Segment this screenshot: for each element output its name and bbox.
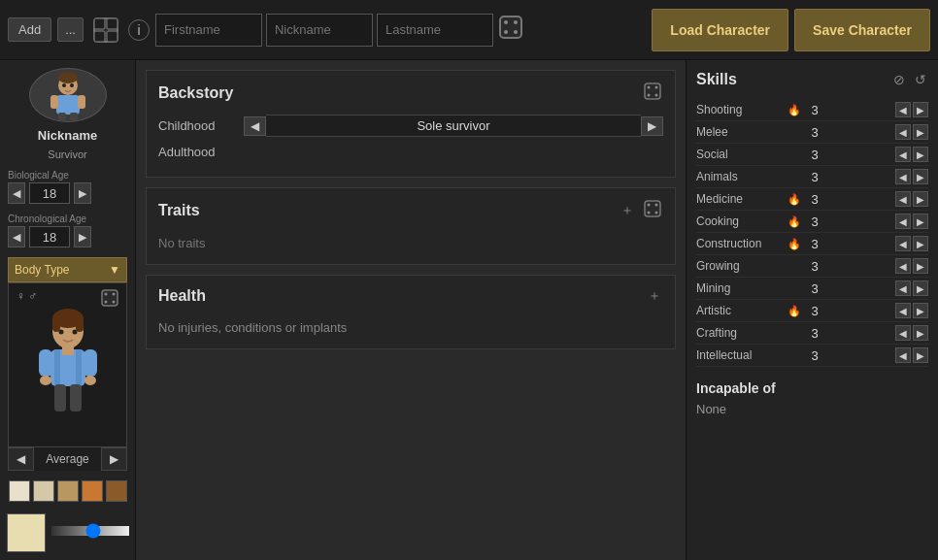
skill-decrease-cooking[interactable]: ◀ [895,214,911,229]
more-button[interactable]: ... [57,17,84,42]
color-slider[interactable] [51,526,129,536]
flame-icon: 🔥 [787,104,801,116]
adulthood-label: Adulthood [158,145,236,159]
traits-dice-icon[interactable] [642,198,663,222]
skills-reset-icon[interactable]: ⊘ [891,70,907,89]
character-title: Survivor [48,148,86,160]
chron-age-decrease[interactable]: ◀ [8,226,25,247]
flame-icon: 🔥 [787,215,801,228]
skill-increase-melee[interactable]: ▶ [913,124,928,140]
svg-rect-40 [645,83,660,99]
skill-passion-crafting [787,326,801,340]
skill-increase-shooting[interactable]: ▶ [913,102,928,117]
svg-point-7 [514,20,518,24]
skill-increase-growing[interactable]: ▶ [913,258,928,274]
backstory-dice-icon[interactable] [642,81,663,105]
swatch-3[interactable] [57,480,79,502]
svg-point-48 [648,212,651,214]
lastname-input[interactable] [377,14,493,47]
chron-age-label: Chronological Age [8,214,127,224]
childhood-prev-button[interactable]: ◀ [244,116,266,136]
skill-decrease-shooting[interactable]: ◀ [895,102,911,117]
svg-rect-5 [500,16,521,38]
childhood-value-container: ◀ Sole survivor ▶ [244,115,663,137]
bio-age-decrease[interactable]: ◀ [8,182,25,204]
skill-increase-animals[interactable]: ▶ [913,169,928,184]
incapable-title: Incapable of [696,380,928,396]
skills-title: Skills [696,71,737,88]
skill-increase-mining[interactable]: ▶ [913,280,928,296]
skill-decrease-mining[interactable]: ◀ [895,280,911,296]
swatch-1[interactable] [9,480,30,502]
skill-value-cooking: 3 [805,214,824,229]
svg-rect-33 [39,349,52,377]
health-add-icon[interactable]: ＋ [646,285,663,307]
skill-passion-medicine: 🔥 [787,192,801,206]
skill-decrease-crafting[interactable]: ◀ [895,325,911,341]
svg-point-42 [655,86,658,89]
skill-row-intellectual: Intellectual3◀▶ [696,345,928,367]
swatch-2[interactable] [33,480,54,502]
skill-name-medicine: Medicine [696,192,784,206]
skill-decrease-social[interactable]: ◀ [895,147,911,162]
body-type-container: Body Type ▼ ♀ ♂ [8,257,127,471]
chron-age-increase[interactable]: ▶ [74,226,91,247]
skill-passion-social [787,148,801,161]
save-character-button[interactable]: Save Character [794,9,930,51]
skill-decrease-melee[interactable]: ◀ [895,124,911,140]
swatch-4[interactable] [82,480,103,502]
bio-age-increase[interactable]: ▶ [74,182,91,204]
skills-refresh-icon[interactable]: ↺ [913,70,928,89]
firstname-input[interactable] [155,14,262,47]
skill-arrows-social: ◀▶ [895,147,928,162]
skill-arrows-shooting: ◀▶ [895,102,928,117]
skill-passion-intellectual [787,348,801,362]
skill-value-medicine: 3 [805,192,824,207]
skill-increase-construction[interactable]: ▶ [913,236,928,251]
name-dice-icon[interactable] [499,16,522,44]
load-character-button[interactable]: Load Character [652,9,788,51]
flame-icon: 🔥 [787,238,801,250]
svg-rect-19 [102,290,117,306]
add-button[interactable]: Add [8,17,51,42]
swatch-5[interactable] [106,480,127,502]
skill-decrease-medicine[interactable]: ◀ [895,191,911,207]
bio-age-input[interactable] [29,182,70,204]
childhood-next-button[interactable]: ▶ [641,116,663,136]
traits-icons: ＋ [619,198,663,222]
skill-increase-crafting[interactable]: ▶ [913,325,928,341]
skill-decrease-construction[interactable]: ◀ [895,236,911,251]
skill-arrows-animals: ◀▶ [895,169,928,184]
traits-add-icon[interactable]: ＋ [619,198,636,222]
skill-increase-cooking[interactable]: ▶ [913,214,928,229]
body-dice-icon[interactable] [101,289,118,310]
body-next-button[interactable]: ▶ [101,447,127,471]
skill-decrease-artistic[interactable]: ◀ [895,303,911,318]
health-section: Health ＋ No injuries, conditions or impl… [146,275,676,349]
skill-name-melee: Melee [696,125,784,139]
skill-decrease-animals[interactable]: ◀ [895,169,911,184]
skill-increase-artistic[interactable]: ▶ [913,303,928,318]
skill-increase-intellectual[interactable]: ▶ [913,347,928,363]
skill-decrease-growing[interactable]: ◀ [895,258,911,274]
body-nav: ◀ Average ▶ [8,447,127,471]
incapable-section: Incapable of None [696,380,928,416]
backstory-header: Backstory [158,81,663,105]
skill-increase-social[interactable]: ▶ [913,147,928,162]
childhood-label: Childhood [158,118,236,133]
dice-icon[interactable] [89,14,122,47]
health-title: Health [158,287,206,305]
skill-arrows-crafting: ◀▶ [895,325,928,341]
svg-point-17 [62,83,66,87]
skill-passion-artistic: 🔥 [787,304,801,317]
color-swatches [9,480,127,502]
svg-rect-31 [54,349,60,386]
body-prev-button[interactable]: ◀ [8,447,34,471]
skill-decrease-intellectual[interactable]: ◀ [895,347,911,363]
nickname-input[interactable] [266,14,373,47]
skill-increase-medicine[interactable]: ▶ [913,191,928,207]
body-type-select[interactable]: Body Type ▼ [8,257,127,282]
body-nav-label: Average [34,448,101,470]
center-panel: Backstory Childhood [136,60,686,560]
chron-age-input[interactable] [29,226,70,247]
